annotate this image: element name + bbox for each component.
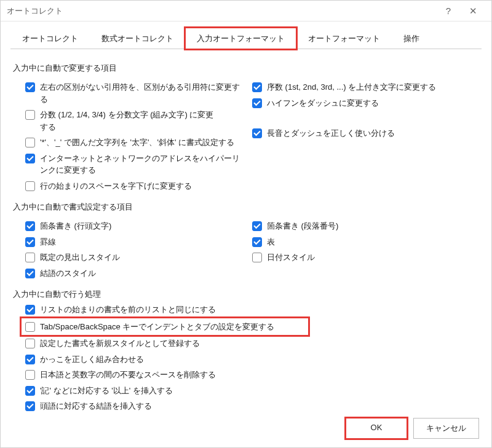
opt-hyperlinks[interactable]: インターネットとネットワークのアドレスをハイパーリンクに変更する xyxy=(25,152,252,176)
section-apply-title: 入力中に自動で書式設定する項目 xyxy=(13,202,479,213)
checkbox-icon xyxy=(252,237,262,247)
checkbox-label: Tab/Space/BackSpace キーでインデントとタブの設定を変更する xyxy=(40,321,304,333)
checkbox-icon xyxy=(25,339,35,348)
section1-left-col: 左右の区別がない引用符を、区別がある引用符に変更する 分数 (1/2, 1/4,… xyxy=(25,77,252,195)
checkbox-label: 左右の区別がない引用符を、区別がある引用符に変更する xyxy=(40,81,252,105)
tab-autocorrect[interactable]: オートコレクト xyxy=(10,28,90,49)
button-label: OK xyxy=(371,423,383,432)
checkbox-icon xyxy=(252,98,262,108)
opt-define-new-style[interactable]: 設定した書式を新規スタイルとして登録する xyxy=(25,337,479,350)
close-icon[interactable]: ✕ xyxy=(461,6,485,17)
checkbox-icon xyxy=(25,154,35,163)
opt-tab-space-backspace-indent[interactable]: Tab/Space/BackSpace キーでインデントとタブの設定を変更する xyxy=(23,320,307,334)
checkbox-icon xyxy=(252,221,262,231)
tab-math-autocorrect[interactable]: 数式オートコレクト xyxy=(90,28,185,49)
checkbox-label: インターネットとネットワークのアドレスをハイパーリンクに変更する xyxy=(40,152,252,176)
checkbox-icon xyxy=(25,181,35,191)
checkbox-icon xyxy=(25,322,35,332)
opt-remove-jp-en-spaces[interactable]: 日本語と英数字の間の不要なスペースを削除する xyxy=(25,369,479,381)
section-auto-options: リストの始まりの書式を前のリストと同じにする Tab/Space/BackSpa… xyxy=(13,304,479,412)
opt-heading-styles[interactable]: 既定の見出しスタイル xyxy=(25,251,252,264)
tab-autoformat[interactable]: オートフォーマット xyxy=(296,28,392,49)
tab-label: 操作 xyxy=(403,34,419,43)
checkbox-label: 分数 (1/2, 1/4, 3/4) を分数文字 (組み文字) に変更する xyxy=(40,109,224,133)
opt-indent-spaces[interactable]: 行の始まりのスペースを字下げに変更する xyxy=(25,180,252,192)
checkbox-icon xyxy=(25,138,35,147)
checkbox-icon xyxy=(25,253,35,262)
checkbox-icon xyxy=(252,253,262,262)
checkbox-label: 箇条書き (行頭文字) xyxy=(40,220,252,232)
checkbox-label: 既定の見出しスタイル xyxy=(40,251,252,264)
checkbox-label: ハイフンをダッシュに変更する xyxy=(267,97,479,109)
cancel-button[interactable]: キャンセル xyxy=(413,418,479,439)
tab-content: 入力中に自動で変更する項目 左右の区別がない引用符を、区別がある引用符に変更する… xyxy=(1,49,491,422)
section1-right-col: 序数 (1st, 2nd, 3rd, ...) を上付き文字に変更する ハイフン… xyxy=(252,77,479,195)
section-apply-options: 箇条書き (行頭文字) 罫線 既定の見出しスタイル 結語のスタイル 箇条書き (… xyxy=(13,216,479,283)
checkbox-label: 行の始まりのスペースを字下げに変更する xyxy=(40,180,252,192)
opt-format-list-start[interactable]: リストの始まりの書式を前のリストと同じにする xyxy=(25,304,479,316)
tab-label: 数式オートコレクト xyxy=(101,34,173,43)
checkbox-icon xyxy=(25,221,35,231)
opt-long-sound-dash[interactable]: 長音とダッシュを正しく使い分ける xyxy=(252,127,479,140)
checkbox-label: リストの始まりの書式を前のリストと同じにする xyxy=(40,304,479,316)
checkbox-label: 結語のスタイル xyxy=(40,267,252,280)
opt-ordinals[interactable]: 序数 (1st, 2nd, 3rd, ...) を上付き文字に変更する xyxy=(252,81,479,93)
opt-closing-style[interactable]: 結語のスタイル xyxy=(25,267,252,280)
checkbox-icon xyxy=(25,110,35,120)
tab-label: オートフォーマット xyxy=(308,34,380,43)
opt-bulleted-list[interactable]: 箇条書き (行頭文字) xyxy=(25,220,252,232)
section2-right-col: 箇条書き (段落番号) 表 日付スタイル xyxy=(252,216,479,283)
checkbox-label: 表 xyxy=(267,236,479,248)
opt-insert-closing-word[interactable]: 頭語に対応する結語を挿入する xyxy=(25,400,479,412)
opt-smart-quotes[interactable]: 左右の区別がない引用符を、区別がある引用符に変更する xyxy=(25,81,252,105)
checkbox-label: 設定した書式を新規スタイルとして登録する xyxy=(40,337,479,350)
checkbox-label: 日本語と英数字の間の不要なスペースを削除する xyxy=(40,369,479,381)
opt-fractions[interactable]: 分数 (1/2, 1/4, 3/4) を分数文字 (組み文字) に変更する xyxy=(25,109,252,133)
checkbox-icon xyxy=(25,82,35,92)
ok-button[interactable]: OK xyxy=(346,418,407,439)
checkbox-icon xyxy=(252,82,262,92)
checkbox-icon xyxy=(25,401,35,411)
checkbox-icon xyxy=(25,269,35,278)
checkbox-label: 頭語に対応する結語を挿入する xyxy=(40,400,479,412)
checkbox-label: かっこを正しく組み合わせる xyxy=(40,353,479,366)
section-replace-title: 入力中に自動で変更する項目 xyxy=(13,63,479,74)
tab-autoformat-as-you-type[interactable]: 入力オートフォーマット xyxy=(185,28,296,49)
opt-numbered-list[interactable]: 箇条書き (段落番号) xyxy=(252,220,479,232)
autocorrect-dialog: オートコレクト ? ✕ オートコレクト 数式オートコレクト 入力オートフォーマッ… xyxy=(0,0,492,448)
tab-actions[interactable]: 操作 xyxy=(392,28,431,49)
opt-date-style[interactable]: 日付スタイル xyxy=(252,251,479,264)
tab-label: 入力オートフォーマット xyxy=(197,34,285,43)
button-label: キャンセル xyxy=(426,423,466,433)
section-auto-title: 入力中に自動で行う処理 xyxy=(13,289,479,300)
titlebar: オートコレクト ? ✕ xyxy=(1,1,491,22)
opt-hyphen-dash[interactable]: ハイフンをダッシュに変更する xyxy=(252,97,479,109)
checkbox-icon xyxy=(25,305,35,315)
checkbox-label: 長音とダッシュを正しく使い分ける xyxy=(267,127,479,140)
checkbox-icon xyxy=(252,128,262,138)
checkbox-label: '記' などに対応する '以上' を挿入する xyxy=(40,385,479,397)
checkbox-icon xyxy=(25,237,35,247)
tab-strip: オートコレクト 数式オートコレクト 入力オートフォーマット オートフォーマット … xyxy=(1,22,491,49)
checkbox-label: '*'、'_' で囲んだ文字列を '太字'、'斜体' に書式設定する xyxy=(40,136,252,149)
section-replace-options: 左右の区別がない引用符を、区別がある引用符に変更する 分数 (1/2, 1/4,… xyxy=(13,77,479,195)
opt-insert-ijo[interactable]: '記' などに対応する '以上' を挿入する xyxy=(25,385,479,397)
tab-label: オートコレクト xyxy=(22,34,78,43)
checkbox-icon xyxy=(25,386,35,396)
checkbox-label: 箇条書き (段落番号) xyxy=(267,220,479,232)
checkbox-label: 日付スタイル xyxy=(267,251,479,264)
checkbox-label: 罫線 xyxy=(40,236,252,248)
opt-border-lines[interactable]: 罫線 xyxy=(25,236,252,248)
dialog-title: オートコレクト xyxy=(7,6,436,17)
help-icon[interactable]: ? xyxy=(436,6,461,16)
checkbox-icon xyxy=(25,355,35,364)
opt-bold-italic[interactable]: '*'、'_' で囲んだ文字列を '太字'、'斜体' に書式設定する xyxy=(25,136,252,149)
dialog-footer: OK キャンセル xyxy=(346,418,479,439)
checkbox-icon xyxy=(25,370,35,380)
checkbox-label: 序数 (1st, 2nd, 3rd, ...) を上付き文字に変更する xyxy=(267,81,479,93)
opt-tables[interactable]: 表 xyxy=(252,236,479,248)
opt-match-brackets[interactable]: かっこを正しく組み合わせる xyxy=(25,353,479,366)
section2-left-col: 箇条書き (行頭文字) 罫線 既定の見出しスタイル 結語のスタイル xyxy=(25,216,252,283)
